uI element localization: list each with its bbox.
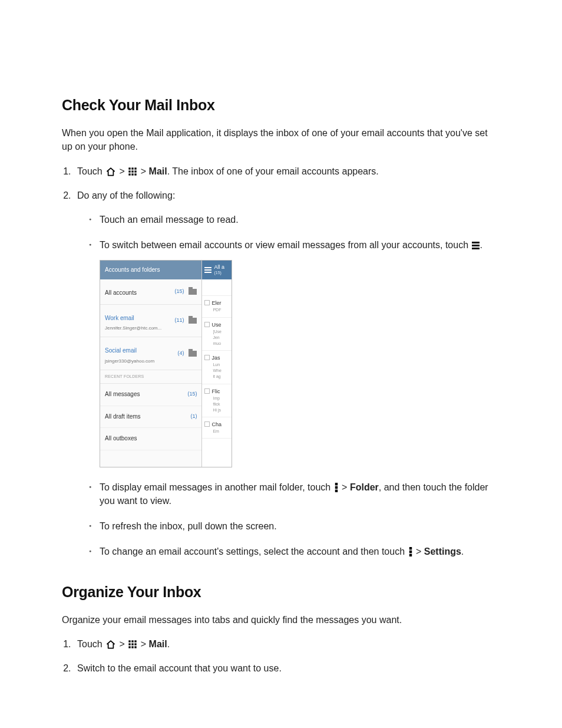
svg-rect-24 [129,646,131,648]
svg-rect-25 [132,646,134,648]
step-2: Do any of the following: Touch an email … [74,189,500,559]
svg-rect-9 [472,242,480,243]
message-preview[interactable]: ElerPDF [202,296,232,317]
apps-grid-icon [128,640,137,649]
menu-lines-icon [472,241,480,250]
svg-rect-26 [135,646,137,648]
text: Touch [77,639,105,649]
text: . [480,240,482,250]
text: . [167,639,170,649]
mail-label: Mail [149,639,167,649]
text: . The inbox of one of your email account… [167,166,379,176]
svg-rect-21 [129,643,131,645]
text: > [117,166,127,176]
svg-rect-22 [132,643,134,645]
checkbox-icon[interactable] [204,322,210,327]
folder-row[interactable]: All draft items(1) [100,406,201,429]
text: To change an email account's settings, s… [100,546,408,556]
folder-icon [189,318,197,324]
svg-rect-15 [409,547,411,549]
text: > [414,546,424,556]
step-1: Touch > > Mail. [74,637,500,651]
text: Do any of the following: [77,190,175,200]
svg-rect-20 [135,640,137,642]
message-preview[interactable]: Use[UseJenmuo [202,318,232,351]
svg-rect-16 [409,551,411,553]
svg-rect-10 [472,245,480,246]
step-1: Touch > > Mail. The inbox of one of your… [74,164,500,178]
organize-intro-paragraph: Organize your email messages into tabs a… [62,613,500,627]
checkbox-icon[interactable] [204,388,210,394]
folder-row[interactable]: All messages(15) [100,384,201,406]
text: To switch between email accounts or view… [100,240,471,250]
checkbox-icon[interactable] [204,421,210,427]
svg-rect-4 [132,170,134,172]
intro-paragraph: When you open the Mail application, it d… [62,126,500,153]
svg-rect-12 [335,483,337,485]
text: > [339,482,350,492]
hamburger-icon [204,267,211,273]
menu-dots-icon [334,483,339,492]
text: (15) [214,270,224,276]
apps-grid-icon [128,167,137,176]
check-inbox-steps: Touch > > Mail. The inbox of one of your… [62,164,500,559]
folder-icon [189,351,197,357]
svg-rect-23 [135,643,137,645]
list-item: To change an email account's settings, s… [100,545,500,558]
svg-rect-1 [132,167,134,169]
svg-rect-14 [335,489,337,492]
text: . [461,546,464,556]
svg-rect-3 [129,170,131,172]
account-row[interactable]: Work emailJennifer.Singer@htc.com...(11) [100,305,201,338]
checkbox-icon[interactable] [204,355,210,360]
heading-organize-inbox: Organize Your Inbox [62,581,500,602]
checkbox-icon[interactable] [204,300,210,305]
svg-rect-0 [129,167,131,169]
svg-rect-11 [472,248,480,249]
text: > [138,639,148,649]
text: > [117,639,127,649]
message-preview[interactable]: FlicImpflickHi js [202,384,232,417]
substep-list: Touch an email message to read. To switc… [77,213,500,559]
list-item: Touch an email message to read. [100,213,500,226]
mock-right-header: All a (15) [202,261,232,279]
list-item: To switch between email accounts or view… [100,238,500,467]
text: To display email messages in another mai… [100,482,333,492]
mail-label: Mail [149,166,167,176]
organize-inbox-steps: Touch > > Mail. Switch to the email acco… [62,637,500,675]
svg-rect-18 [129,640,131,642]
text: Touch [77,166,105,176]
folder-icon [189,289,197,295]
home-icon [105,640,116,649]
step-2: Switch to the email account that you wan… [74,661,500,675]
heading-check-inbox: Check Your Mail Inbox [62,94,500,116]
account-row[interactable]: Social emailjsinger330@yahoo.com(4) [100,337,201,370]
svg-rect-8 [135,173,137,175]
settings-label: Settings [424,546,461,556]
recent-folders-label: RECENT FOLDERS [100,370,201,384]
svg-rect-13 [335,486,337,489]
list-item: To refresh the inbox, pull down the scre… [100,519,500,533]
svg-rect-2 [135,167,137,169]
home-icon [105,167,116,176]
folder-label: Folder [350,482,379,492]
menu-dots-icon [408,547,413,556]
text: > [138,166,148,176]
mock-left-header: Accounts and folders [100,261,201,279]
text: All a [214,264,224,270]
screenshot-accounts-folders: Accounts and folders All accounts(15)Wor… [100,260,500,467]
account-row[interactable]: All accounts(15) [100,279,201,304]
svg-rect-6 [129,173,131,175]
svg-rect-5 [135,170,137,172]
message-preview[interactable]: JasLunWheit ag [202,351,232,384]
svg-rect-17 [409,554,411,556]
message-preview[interactable]: ChaEm [202,417,232,439]
svg-rect-7 [132,173,134,175]
folder-row[interactable]: All outboxes [100,428,201,450]
svg-rect-19 [132,640,134,642]
list-item: To display email messages in another mai… [100,480,500,508]
